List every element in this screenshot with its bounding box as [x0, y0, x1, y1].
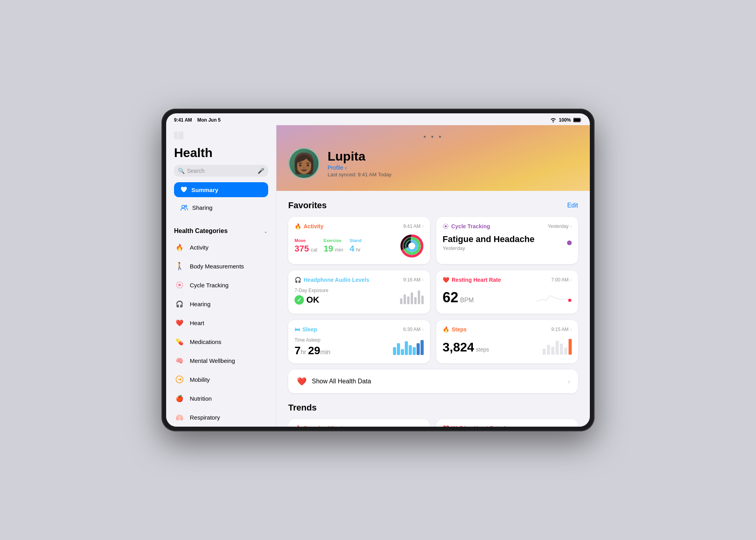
sidebar-item-activity[interactable]: 🔥 Activity	[166, 238, 276, 257]
medications-icon: 💊	[174, 336, 185, 347]
show-all-icon: ❤️	[296, 376, 307, 387]
trend-exercise[interactable]: 🔥 Exercise Minutes ›	[288, 419, 430, 427]
trends-section: Trends 🔥 Exercise Minutes ›	[288, 403, 578, 427]
move-stat: Move 375 cal	[295, 238, 317, 254]
heart-rate-title: ❤️ Resting Heart Rate	[443, 277, 501, 283]
body-icon: 🚶	[174, 261, 185, 272]
sleep-minutes: 29	[308, 344, 320, 357]
steps-bar-3	[551, 347, 554, 355]
cards-row-1: 🔥 Activity 9:41 AM ›	[288, 217, 578, 264]
wifi-icon	[550, 118, 556, 122]
mental-icon: 🧠	[174, 355, 185, 366]
activity-card[interactable]: 🔥 Activity 9:41 AM ›	[288, 217, 430, 264]
steps-title-text: Steps	[452, 326, 467, 333]
profile-link[interactable]: Profile ›	[328, 165, 391, 171]
favorites-title: Favorites	[288, 200, 327, 211]
avatar[interactable]: 👩🏾	[288, 148, 320, 179]
sidebar-item-respiratory[interactable]: 🫁 Respiratory	[166, 408, 276, 427]
activity-label: Activity	[190, 244, 209, 251]
sharing-icon	[180, 205, 188, 211]
sidebar-toggle-icon	[174, 131, 183, 140]
heart-rate-card[interactable]: ❤️ Resting Heart Rate 7:00 AM ›	[436, 270, 578, 314]
steps-card[interactable]: 🔥 Steps 9:15 AM › 3,824	[436, 320, 578, 363]
search-placeholder: Search	[187, 168, 204, 174]
steps-card-header: 🔥 Steps 9:15 AM ›	[443, 326, 572, 333]
show-all-chevron: ›	[568, 377, 570, 386]
steps-bars	[543, 337, 572, 355]
sidebar-item-cycle[interactable]: Cycle Tracking	[166, 276, 276, 294]
cycle-time-text: Yesterday	[548, 224, 569, 229]
profile-section: 👩🏾 Lupita Profile › Last synced: 9:41 AM…	[288, 148, 578, 179]
sidebar-item-hearing[interactable]: 🎧 Hearing	[166, 294, 276, 313]
sidebar-item-heart[interactable]: ❤️ Heart	[166, 313, 276, 332]
mobility-label: Mobility	[190, 376, 210, 383]
search-icon: 🔍	[178, 168, 185, 174]
trend-exercise-text: Exercise Minutes	[304, 425, 348, 427]
heart-title-text: Resting Heart Rate	[452, 277, 501, 283]
sidebar-item-medications[interactable]: 💊 Medications	[166, 332, 276, 351]
sidebar-item-mobility[interactable]: Mobility	[166, 370, 276, 389]
categories-header: Health Categories ⌄	[166, 224, 276, 238]
battery-label: 100%	[559, 117, 571, 123]
stand-label: Stand	[350, 238, 362, 243]
trend-walking-hr-label: ❤️ Walking Heart Rate Average	[443, 425, 524, 427]
move-unit: cal	[311, 247, 317, 253]
trend-exercise-icon: 🔥	[295, 425, 301, 427]
show-all-card[interactable]: ❤️ Show All Health Data ›	[288, 370, 578, 393]
bpm-unit: BPM	[460, 297, 474, 303]
search-bar[interactable]: 🔍 Search 🎤	[174, 165, 268, 177]
activity-rings	[400, 234, 424, 258]
activity-time-text: 9:41 AM	[403, 224, 421, 229]
bar-1	[400, 298, 402, 304]
profile-link-text: Profile	[328, 165, 343, 171]
sidebar-item-body[interactable]: 🚶 Body Measurements	[166, 257, 276, 276]
show-all-text: Show All Health Data	[312, 378, 563, 385]
trend-walking-hr[interactable]: ❤️ Walking Heart Rate Average ›	[436, 419, 578, 427]
chevron-down-icon[interactable]: ⌄	[263, 228, 268, 234]
sidebar-item-nutrition[interactable]: 🍎 Nutrition	[166, 389, 276, 408]
heart-cat-icon: ❤️	[174, 317, 185, 328]
exercise-stat: Exercise 19 min	[324, 238, 343, 254]
exercise-label: Exercise	[324, 238, 343, 243]
trend-exercise-chevron: ›	[422, 425, 424, 427]
activity-card-title: 🔥 Activity	[295, 223, 324, 229]
steps-content: 3,824 steps	[443, 337, 572, 355]
heart-icon	[180, 186, 187, 193]
edit-button[interactable]: Edit	[567, 202, 578, 209]
battery-icon	[573, 118, 582, 122]
sidebar-toolbar[interactable]	[174, 131, 268, 142]
sleep-bar-1	[393, 347, 396, 355]
sidebar-item-mental[interactable]: 🧠 Mental Wellbeing	[166, 351, 276, 370]
steps-flame-icon: 🔥	[443, 326, 449, 333]
status-time-date: 9:41 AM Mon Jun 5	[174, 117, 220, 123]
activity-flame-icon: 🔥	[295, 223, 301, 229]
profile-info: Lupita Profile › Last synced: 9:41 AM To…	[328, 149, 391, 178]
profile-link-chevron: ›	[345, 165, 347, 171]
move-label: Move	[295, 238, 317, 243]
status-bar: 9:41 AM Mon Jun 5 100%	[166, 113, 590, 125]
sleep-card[interactable]: 🛏 Sleep 6:30 AM › Time Asleep	[288, 320, 430, 363]
header-gradient: • • • 👩🏾 Lupita Profile › Last synced: 9…	[276, 125, 590, 191]
sleep-icon-small: 🛏	[295, 326, 300, 333]
sharing-button[interactable]: Sharing	[174, 200, 268, 215]
mental-label: Mental Wellbeing	[190, 357, 235, 364]
status-right: 100%	[550, 117, 582, 123]
sleep-card-time: 6:30 AM ›	[403, 327, 424, 332]
trends-title: Trends	[288, 403, 578, 413]
mobility-arrow-icon	[176, 375, 183, 383]
cycle-tracking-card[interactable]: Cycle Tracking Yesterday › Fatigue and H…	[436, 217, 578, 264]
stand-stat: Stand 4 hr	[350, 238, 362, 254]
steps-bar-4	[556, 341, 559, 355]
exercise-unit: min	[335, 247, 343, 253]
trend-walking-hr-icon: ❤️	[443, 425, 449, 427]
activity-card-time: 9:41 AM ›	[403, 224, 424, 229]
trend-exercise-label: 🔥 Exercise Minutes	[295, 425, 348, 427]
headphone-card[interactable]: 🎧 Headphone Audio Levels 9:16 AM ›	[288, 270, 430, 314]
summary-button[interactable]: Summary	[174, 182, 268, 197]
cycle-chevron: ›	[570, 224, 572, 229]
exposure-label: 7-Day Exposure	[295, 288, 328, 293]
steps-bar-6	[564, 348, 567, 355]
sleep-bar-5	[409, 345, 412, 355]
svg-point-7	[178, 284, 181, 286]
heart-rate-time: 7:00 AM ›	[551, 277, 572, 283]
